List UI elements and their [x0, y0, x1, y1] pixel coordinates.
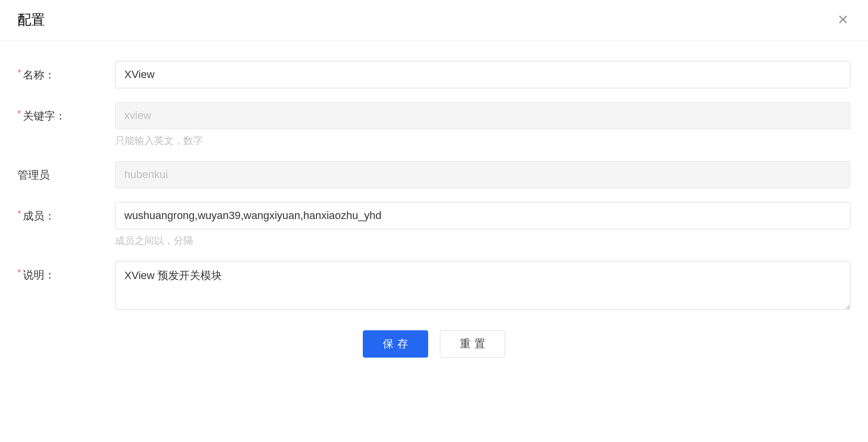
members-hint: 成员之间以，分隔	[115, 234, 850, 247]
description-textarea[interactable]	[115, 261, 850, 310]
form-row-members: 成员： 成员之间以，分隔	[18, 202, 850, 247]
members-control: 成员之间以，分隔	[115, 202, 850, 247]
form-row-name: 名称：	[18, 61, 850, 88]
form-row-description: 说明：	[18, 261, 850, 312]
modal-body: 名称： 关键字： 只能输入英文，数字 管理员 成员： 成员之间以，分隔	[0, 40, 868, 384]
modal-footer: 保存 重置	[18, 325, 850, 372]
save-button[interactable]: 保存	[363, 330, 428, 358]
name-control	[115, 61, 850, 88]
name-label: 名称：	[18, 61, 115, 82]
form-row-admin: 管理员	[18, 161, 850, 188]
form-row-keyword: 关键字： 只能输入英文，数字	[18, 102, 850, 147]
modal-header: 配置 ✕	[0, 0, 868, 40]
modal-title: 配置	[18, 11, 45, 29]
name-input[interactable]	[115, 61, 850, 88]
config-modal: 配置 ✕ 名称： 关键字： 只能输入英文，数字 管理员 成员：	[0, 0, 868, 384]
close-icon[interactable]: ✕	[835, 11, 850, 29]
keyword-label: 关键字：	[18, 102, 115, 123]
members-label: 成员：	[18, 202, 115, 223]
keyword-hint: 只能输入英文，数字	[115, 134, 850, 147]
keyword-input	[115, 102, 850, 129]
admin-label: 管理员	[18, 161, 115, 182]
reset-button[interactable]: 重置	[440, 330, 505, 358]
admin-control	[115, 161, 850, 188]
description-label: 说明：	[18, 261, 115, 282]
keyword-control: 只能输入英文，数字	[115, 102, 850, 147]
members-input[interactable]	[115, 202, 850, 229]
admin-input	[115, 161, 850, 188]
description-control	[115, 261, 850, 312]
